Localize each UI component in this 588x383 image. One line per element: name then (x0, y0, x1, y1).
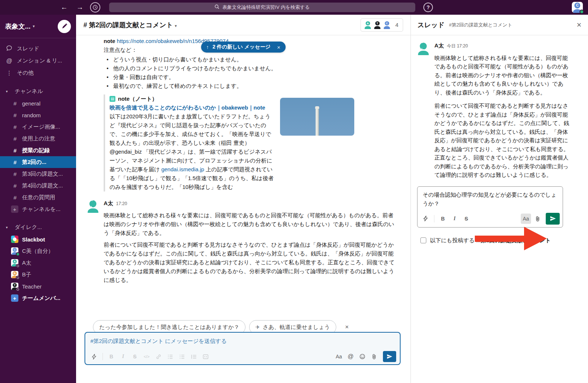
blockquote-icon[interactable] (189, 351, 199, 362)
member-count: 4 (395, 22, 398, 28)
italic-icon[interactable]: I (118, 351, 128, 362)
message-input[interactable] (85, 333, 400, 349)
avatar: T (11, 283, 18, 290)
hash-icon: # (12, 194, 18, 201)
code-icon[interactable]: </> (141, 351, 152, 362)
caret-down-icon: ▾ (6, 225, 11, 229)
message-timestamp[interactable]: 今日 17:20 (447, 42, 468, 51)
message-paragraph: 前者について回復不可能であると判断する見方はなさそうなので、ひとまず論点は「身体… (434, 101, 570, 179)
channel-header: # 第2回の課題文献とコメント▾ A T C 4 (76, 15, 410, 35)
also-post-checkbox[interactable] (420, 237, 426, 243)
note-link-prefix: note (104, 38, 115, 44)
dm-self[interactable]: C C美（自分） (0, 245, 76, 257)
attachment-title-link[interactable]: 映画を倍速で見ることのなにがわるいのか｜obakeweb｜note (110, 103, 274, 112)
workspace-name[interactable]: 表象文... (5, 22, 31, 31)
dm-label: B子 (22, 271, 31, 278)
main-panel: # 第2回の課題文献とコメント▾ A T C 4 ↑ 2 件の新しい メッセージ… (76, 15, 410, 383)
history-clock-icon[interactable] (90, 2, 100, 12)
toolbar-divider (434, 215, 434, 222)
text-format-aa-icon[interactable]: Aa (521, 214, 531, 224)
text-format-aa-icon[interactable]: Aa (334, 351, 344, 362)
plus-icon: + (11, 294, 18, 302)
channel-title[interactable]: # 第2回の課題文献とコメント▾ (83, 21, 177, 29)
thread-panel: スレッド #第2回の課題文献とコメント × A太 A太 今日 17:20 映画体… (410, 15, 588, 383)
add-channel-button[interactable]: + チャンネルを... (0, 203, 76, 215)
sidebar-channel-session4[interactable]: # 第4回の課題文... (0, 180, 76, 192)
message-timestamp[interactable]: 17:20 (116, 199, 127, 208)
avatar[interactable]: A太 (86, 200, 100, 213)
channels-section-label: チャンネル (15, 88, 43, 95)
channel-members-button[interactable]: A T C 4 (361, 18, 403, 32)
strikethrough-icon[interactable]: S (130, 351, 140, 362)
attachment-inline-link[interactable]: gendai.ismedia.jp (161, 166, 204, 172)
sidebar-channel-class-records[interactable]: # 授業の記録 (0, 144, 76, 156)
attach-paperclip-icon[interactable] (533, 214, 543, 224)
sidebar-item-mentions[interactable]: @ メンション & リ... (0, 55, 76, 67)
user-avatar[interactable]: C (572, 2, 583, 13)
channel-label: general (22, 100, 40, 107)
code-block-icon[interactable] (200, 351, 211, 362)
link-attachment: ▤ note（ノート） 映画を倍速で見ることのなにがわるいのか｜obakeweb… (104, 94, 403, 192)
sidebar-item-more[interactable]: ⋮ その他 (0, 67, 76, 79)
avatar: C (11, 247, 18, 255)
thread-reply-input[interactable]: その場合認知心理学の知見などが必要になるのでしょうか？ (417, 187, 563, 210)
presence-offline-dot (16, 264, 20, 268)
sidebar-channel-usage-notes[interactable]: # 使用上の注意 (0, 133, 76, 144)
dm-b-ko[interactable]: B B子 (0, 269, 76, 280)
presence-offline-dot (16, 287, 20, 291)
channels-section-header[interactable]: ▾ チャンネル (0, 85, 76, 97)
sidebar-channel-images[interactable]: # イメージ画像... (0, 121, 76, 133)
hash-icon: # (12, 112, 18, 118)
mention-icon[interactable]: @ (345, 351, 356, 362)
strikethrough-icon[interactable]: S (461, 214, 472, 224)
thread-channel-subtitle[interactable]: #第2回の課題文献とコメント (449, 22, 512, 28)
new-messages-banner[interactable]: ↑ 2 件の新しい メッセージ × (201, 42, 286, 53)
message-author[interactable]: A太 (104, 199, 113, 208)
sidebar-channel-session3[interactable]: # 第3回の課題文... (0, 168, 76, 180)
avatar[interactable]: A太 (417, 42, 430, 55)
new-messages-label: 2 件の新しい メッセージ (212, 44, 270, 50)
dm-teacher[interactable]: T Teacher (0, 280, 76, 292)
bullet-list-icon[interactable] (177, 351, 187, 362)
dm-slackbot[interactable]: Slackbot (0, 233, 76, 245)
link-icon[interactable] (153, 351, 164, 362)
sidebar-channel-general[interactable]: # general (0, 97, 76, 109)
shortcuts-lightning-icon[interactable] (420, 214, 431, 224)
composer-toolbar: B I S </> Aa @ (85, 349, 400, 364)
hash-icon: # (12, 183, 18, 189)
add-team-member-button[interactable]: + チームメンバ... (0, 292, 76, 304)
close-icon[interactable]: × (345, 323, 349, 331)
tower-image-detail (316, 108, 319, 136)
thread-send-button[interactable] (546, 213, 560, 225)
attachment-description: 以下は2020年3月に書いたまま放置していたドラフトだ。ちょうど『現代ビジネス』… (110, 112, 274, 192)
dm-a-ta[interactable]: A A太 (0, 257, 76, 269)
bold-icon[interactable]: B (106, 351, 116, 362)
sidebar-channel-random[interactable]: # random (0, 109, 76, 121)
help-icon[interactable]: ? (423, 3, 433, 12)
italic-icon[interactable]: I (449, 214, 460, 224)
sidebar-channel-questions[interactable]: # 任意の質問用 (0, 192, 76, 203)
emoji-icon[interactable] (357, 351, 368, 362)
hash-icon: # (12, 124, 18, 130)
dm-section-header[interactable]: ▾ ダイレク... (0, 221, 76, 233)
attachment-thumbnail-image[interactable] (280, 98, 354, 136)
search-input[interactable]: 表象文化論特殊研究演習IV 内を検索する (109, 3, 415, 12)
note-service-icon: ▤ (110, 96, 115, 102)
attach-paperclip-icon[interactable] (369, 351, 379, 362)
history-back-icon[interactable]: ← (61, 3, 68, 11)
history-forward-icon[interactable]: → (76, 3, 83, 11)
bold-icon[interactable]: B (438, 214, 448, 224)
presence-offline-dot (16, 276, 20, 280)
new-message-button[interactable] (58, 20, 71, 33)
channel-label: 授業の記録 (22, 147, 50, 154)
bullet-item: 最初なので、練習として軽めのテキストにします。 (104, 82, 403, 90)
sidebar-channel-session2-active[interactable]: # 第2回の... (0, 156, 76, 168)
bullet-item: 他の人のコメントにリプライをつけるかたちでもかまいません。 (104, 64, 403, 73)
ordered-list-icon[interactable] (165, 351, 175, 362)
sidebar-item-threads[interactable]: スレッド (0, 43, 76, 55)
shortcuts-lightning-icon[interactable] (89, 351, 99, 362)
message-author[interactable]: A太 (434, 41, 444, 50)
close-icon[interactable]: × (277, 44, 280, 50)
send-button[interactable] (383, 351, 396, 362)
close-icon[interactable]: × (577, 20, 581, 30)
